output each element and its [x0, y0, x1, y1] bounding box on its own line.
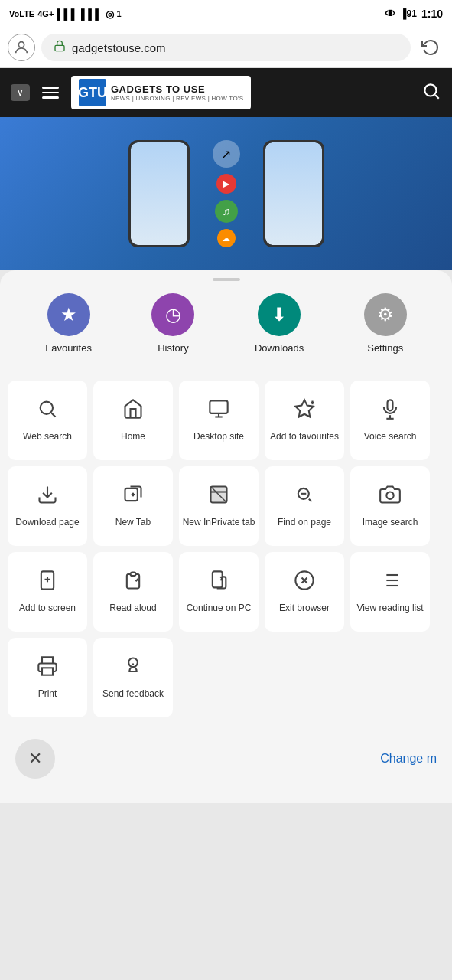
search-icon [37, 398, 58, 425]
bottom-action-bar: ✕ Change m [0, 730, 452, 788]
grid-row-1: Web search Home Desktop site [8, 381, 444, 460]
address-bar[interactable]: gadgetstouse.com [41, 34, 411, 61]
incognito-icon [208, 484, 229, 511]
qa-history[interactable]: ◷ History [151, 293, 194, 354]
browser-bar: gadgetstouse.com [0, 28, 452, 68]
favourites-label: Favourites [45, 342, 92, 354]
logo-text: GADGETS TO USE NEWS | UNBOXING | REVIEWS… [111, 83, 243, 102]
print-label: Print [38, 688, 57, 701]
find-on-page-button[interactable]: Find on page [265, 466, 344, 546]
site-logo: GTU GADGETS TO USE NEWS | UNBOXING | REV… [71, 76, 251, 109]
phone-mockup: ↗ ▶ ♬ ☁ [128, 140, 324, 247]
new-tab-icon [122, 484, 144, 511]
downloads-icon: ⬇ [258, 293, 301, 336]
read-aloud-label: Read aloud [109, 603, 156, 615]
svg-point-22 [386, 492, 393, 498]
divider-1 [12, 368, 440, 368]
svg-point-0 [18, 42, 24, 47]
continue-on-pc-label: Continue on PC [187, 603, 252, 615]
print-button[interactable]: Print [8, 638, 87, 717]
web-search-label: Web search [23, 431, 72, 443]
image-search-button[interactable]: Image search [350, 466, 430, 546]
signal-bars-2: ▌▌▌ [81, 8, 102, 20]
svg-rect-10 [388, 400, 393, 410]
svg-point-37 [128, 658, 138, 667]
continue-on-pc-button[interactable]: Continue on PC [179, 552, 259, 632]
send-feedback-label: Send feedback [102, 688, 164, 701]
svg-point-2 [424, 84, 436, 96]
site-subtitle: NEWS | UNBOXING | REVIEWS | HOW TO'S [111, 95, 243, 102]
image-search-label: Image search [363, 517, 418, 529]
add-to-favourites-button[interactable]: Add to favourites [265, 381, 344, 460]
print-icon [37, 655, 58, 682]
history-label: History [158, 342, 188, 354]
battery-indicator: ▐91 [400, 8, 417, 19]
camera-icon [379, 484, 401, 511]
url-text: gadgetstouse.com [72, 41, 166, 54]
download-icon [37, 484, 58, 511]
status-bar: VoLTE 4G+ ▌▌▌ ▌▌▌ ◎ 1 👁 ▐91 1:10 [0, 0, 452, 28]
find-on-page-label: Find on page [278, 517, 331, 529]
find-icon [294, 484, 315, 511]
phone-right [263, 140, 324, 247]
close-icon: ✕ [28, 749, 42, 769]
content-area: ↗ ▶ ♬ ☁ [0, 117, 452, 270]
star-plus-icon [294, 398, 315, 425]
home-icon [122, 398, 144, 425]
qa-settings[interactable]: ⚙ Settings [364, 293, 407, 354]
hamburger-menu[interactable] [42, 87, 59, 99]
grid-row-4: Print Send feedback [8, 638, 444, 717]
add-to-screen-button[interactable]: Add to screen [8, 552, 87, 632]
home-button[interactable]: Home [93, 381, 173, 460]
svg-rect-36 [42, 668, 53, 675]
reading-list-icon [379, 570, 401, 596]
svg-rect-1 [55, 45, 64, 51]
change-button[interactable]: Change m [380, 752, 437, 766]
download-page-label: Download page [15, 517, 79, 529]
header-left: ∨ GTU GADGETS TO USE NEWS | UNBOXING | R… [11, 76, 251, 109]
view-reading-list-label: View reading list [356, 603, 423, 615]
add-screen-icon [37, 570, 58, 596]
signal-bars-1: ▌▌▌ [57, 8, 78, 20]
grid-row-3: Add to screen Read aloud [8, 552, 444, 632]
settings-icon: ⚙ [364, 293, 407, 336]
send-feedback-button[interactable]: Send feedback [93, 638, 173, 717]
chevron-down-icon[interactable]: ∨ [11, 84, 30, 101]
website-header: ∨ GTU GADGETS TO USE NEWS | UNBOXING | R… [0, 68, 452, 117]
qa-downloads[interactable]: ⬇ Downloads [255, 293, 304, 354]
new-tab-button[interactable]: New Tab [93, 466, 173, 546]
mic-icon [379, 398, 401, 425]
svg-point-3 [41, 401, 53, 413]
carrier-text: VoLTE [9, 9, 34, 18]
exit-browser-button[interactable]: Exit browser [265, 552, 344, 632]
add-to-screen-label: Add to screen [19, 603, 76, 615]
svg-marker-7 [295, 400, 313, 416]
sim-number: 1 [117, 9, 122, 18]
desktop-icon [208, 398, 229, 425]
feedback-icon [122, 655, 144, 682]
download-page-button[interactable]: Download page [8, 466, 87, 546]
read-aloud-button[interactable]: Read aloud [93, 552, 173, 632]
bottom-sheet: ★ Favourites ◷ History ⬇ Downloads ⚙ Set… [0, 270, 452, 803]
voice-search-label: Voice search [364, 431, 417, 443]
desktop-site-button[interactable]: Desktop site [179, 381, 259, 460]
home-label: Home [121, 431, 145, 443]
voice-search-button[interactable]: Voice search [350, 381, 430, 460]
grid-section: Web search Home Desktop site [0, 374, 452, 730]
web-search-button[interactable]: Web search [8, 381, 87, 460]
network-4g: 4G+ [37, 9, 54, 18]
qa-favourites[interactable]: ★ Favourites [45, 293, 92, 354]
new-tab-label: New Tab [115, 517, 151, 529]
sheet-handle [0, 270, 452, 281]
header-search-icon[interactable] [421, 81, 441, 104]
downloads-label: Downloads [255, 342, 304, 354]
profile-avatar[interactable] [8, 34, 35, 61]
close-button[interactable]: ✕ [15, 739, 55, 779]
view-reading-list-button[interactable]: View reading list [350, 552, 430, 632]
wifi-indicator: ◎ [106, 8, 114, 20]
status-right: 👁 ▐91 1:10 [385, 8, 443, 20]
refresh-button[interactable] [417, 34, 444, 61]
continue-pc-icon [208, 570, 229, 596]
new-inprivate-tab-button[interactable]: New InPrivate tab [179, 466, 259, 546]
phone-left [128, 140, 190, 247]
